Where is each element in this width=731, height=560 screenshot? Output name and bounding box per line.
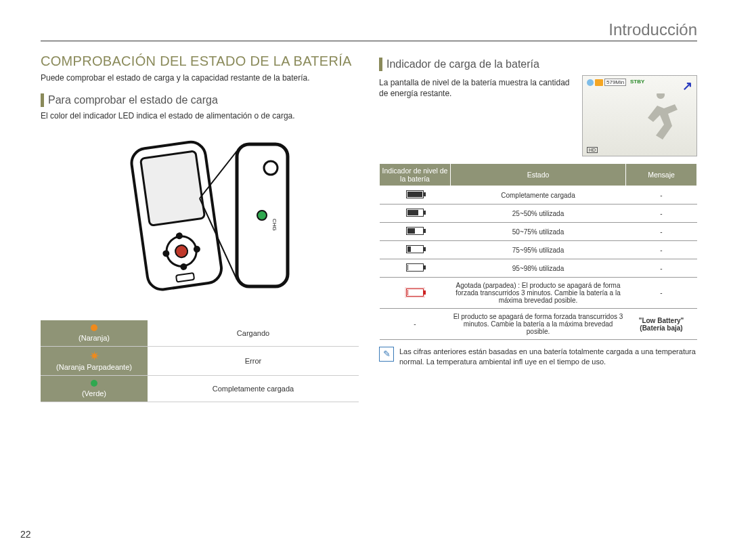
led-orange-cell: (Naranja) [41, 320, 148, 347]
remaining-min: 579Min [604, 79, 626, 86]
sd-card-icon [595, 79, 603, 86]
led-orange-icon [91, 324, 97, 331]
intro-text: Puede comprobar el estado de carga y la … [41, 73, 359, 84]
table-row: 25~50% utilizada - [380, 204, 697, 223]
batt-msg: - [626, 223, 697, 241]
svg-text:CHG: CHG [271, 219, 278, 231]
battery-1bar-icon [406, 245, 424, 253]
batt-msg: - [626, 241, 697, 259]
table-row: Completamente cargada - [380, 186, 697, 204]
skater-icon [637, 93, 684, 148]
camcorder-svg: CHG [98, 131, 301, 307]
batt-status: El producto se apagará de forma forzada … [451, 309, 626, 340]
batt-msg: - [626, 259, 697, 278]
led-label: (Naranja Parpadeante) [56, 363, 132, 371]
right-intro-block: 579Min STBY ↗ HD La pantalla de nivel de… [379, 75, 697, 156]
batt-icon-cell [380, 259, 451, 278]
device-illustration: CHG [41, 131, 359, 320]
batt-status: Completamente cargada [451, 186, 626, 204]
batt-msg: - [626, 278, 697, 309]
led-status: Error [148, 347, 359, 376]
battery-red-blink-icon [406, 288, 424, 297]
stby-label: STBY [630, 79, 644, 85]
disc-icon [587, 79, 594, 86]
led-status: Completamente cargada [148, 376, 359, 402]
battery-screen-preview: 579Min STBY ↗ HD [582, 75, 697, 156]
table-row: 95~98% utilizada - [380, 259, 697, 278]
manual-page: Introducción COMPROBACIÓN DEL ESTADO DE … [0, 0, 731, 560]
battery-0bar-icon [406, 263, 424, 272]
note-text: Las cifras anteriores están basadas en u… [399, 347, 697, 367]
note-block: ✎ Las cifras anteriores están basadas en… [379, 347, 697, 367]
led-green-icon [91, 380, 97, 387]
battery-2bar-icon [406, 227, 424, 235]
led-orange-blink-cell: (Naranja Parpadeante) [41, 347, 148, 376]
led-green-cell: (Verde) [41, 376, 148, 402]
batt-icon-cell [380, 278, 451, 309]
batt-icon-cell [380, 186, 451, 204]
battery-level-table: Indicador de nivel de la batería Estado … [379, 163, 697, 340]
batt-status: 75~95% utilizada [451, 241, 626, 259]
batt-status: 50~75% utilizada [451, 223, 626, 241]
th-message: Mensaje [626, 164, 697, 186]
main-heading: COMPROBACIÓN DEL ESTADO DE LA BATERÍA [41, 53, 359, 69]
led-status: Cargando [148, 320, 359, 347]
table-row: (Naranja) Cargando [41, 320, 359, 347]
table-row: (Naranja Parpadeante) Error [41, 347, 359, 376]
sub-heading-right: Indicador de carga de la batería [379, 58, 697, 71]
led-status-table: (Naranja) Cargando (Naranja Parpadeante)… [41, 320, 359, 402]
batt-msg: - [626, 204, 697, 223]
batt-icon-cell: - [380, 309, 451, 340]
table-row: (Verde) Completamente cargada [41, 376, 359, 402]
page-number: 22 [20, 529, 31, 540]
sub-heading-text: Indicador de carga de la batería [386, 58, 539, 70]
table-row: Agotada (parpadea) : El producto se apag… [380, 278, 697, 309]
battery-3bar-icon [406, 209, 424, 217]
led-label: (Naranja) [79, 334, 110, 342]
batt-icon-cell [380, 241, 451, 259]
sub-text-left: El color del indicador LED indica el est… [41, 111, 359, 122]
batt-msg: - [626, 186, 697, 204]
led-label: (Verde) [82, 389, 106, 397]
svg-rect-1 [140, 151, 204, 225]
page-header: Introducción [41, 20, 697, 41]
hd-badge: HD [587, 147, 598, 153]
note-icon: ✎ [379, 347, 394, 362]
right-column: Indicador de carga de la batería 579Min … [379, 53, 697, 402]
batt-icon-cell [380, 204, 451, 223]
th-indicator: Indicador de nivel de la batería [380, 164, 451, 186]
batt-status: 95~98% utilizada [451, 259, 626, 278]
table-row: 75~95% utilizada - [380, 241, 697, 259]
batt-status: 25~50% utilizada [451, 204, 626, 223]
table-row: - El producto se apagará de forma forzad… [380, 309, 697, 340]
left-column: COMPROBACIÓN DEL ESTADO DE LA BATERÍA Pu… [41, 53, 359, 402]
svg-point-13 [257, 211, 267, 220]
table-row: 50~75% utilizada - [380, 223, 697, 241]
batt-msg: "Low Battery" (Batería baja) [626, 309, 697, 340]
sub-heading-left: Para comprobar el estado de carga [41, 93, 359, 107]
batt-status: Agotada (parpadea) : El producto se apag… [451, 278, 626, 309]
two-column-layout: COMPROBACIÓN DEL ESTADO DE LA BATERÍA Pu… [41, 53, 697, 402]
battery-full-icon [406, 190, 424, 198]
led-orange-blink-icon [89, 351, 99, 362]
arrow-up-icon: ↗ [682, 79, 692, 93]
th-status: Estado [451, 164, 626, 186]
table-header-row: Indicador de nivel de la batería Estado … [380, 164, 697, 186]
screen-top-left: 579Min [587, 79, 626, 86]
batt-icon-cell [380, 223, 451, 241]
sub-heading-text: Para comprobar el estado de carga [48, 94, 218, 106]
